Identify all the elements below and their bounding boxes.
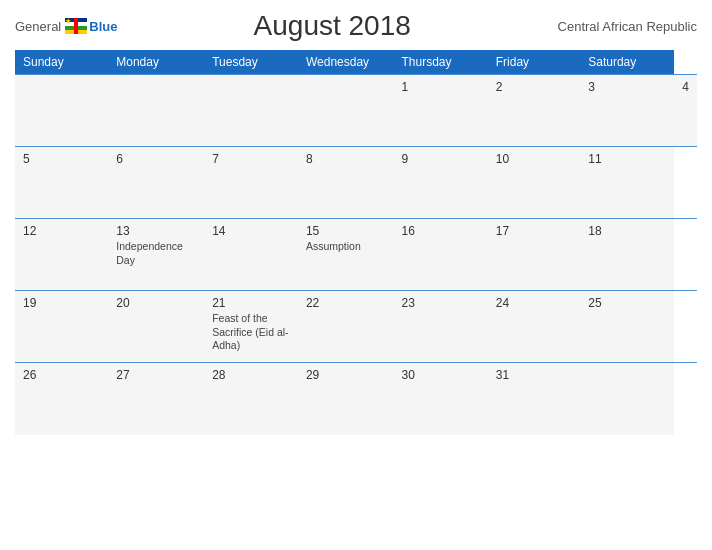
day-number: 1 — [402, 80, 480, 94]
calendar-cell: 30 — [394, 363, 488, 435]
day-number: 7 — [212, 152, 290, 166]
day-number: 17 — [496, 224, 573, 238]
day-number: 31 — [496, 368, 573, 382]
day-number: 30 — [402, 368, 480, 382]
calendar-cell: 12 — [15, 219, 108, 291]
calendar-cell — [580, 363, 674, 435]
day-number: 16 — [402, 224, 480, 238]
day-event-label: Assumption — [306, 240, 386, 254]
calendar-cell: 15Assumption — [298, 219, 394, 291]
calendar-cell: 21Feast of the Sacrifice (Eid al-Adha) — [204, 291, 298, 363]
calendar-cell: 4 — [674, 75, 697, 147]
day-number: 26 — [23, 368, 100, 382]
calendar-cell — [298, 75, 394, 147]
day-number: 4 — [682, 80, 689, 94]
svg-rect-4 — [74, 18, 78, 34]
calendar-cell — [15, 75, 108, 147]
page: General Blue August 2018 Central African… — [0, 0, 712, 550]
calendar-cell: 11 — [580, 147, 674, 219]
calendar-cell: 6 — [108, 147, 204, 219]
weekday-header-row: Sunday Monday Tuesday Wednesday Thursday… — [15, 50, 697, 75]
day-number: 28 — [212, 368, 290, 382]
col-sunday: Sunday — [15, 50, 108, 75]
col-monday: Monday — [108, 50, 204, 75]
calendar-cell: 8 — [298, 147, 394, 219]
day-number: 15 — [306, 224, 386, 238]
calendar-cell: 22 — [298, 291, 394, 363]
calendar-cell: 2 — [488, 75, 581, 147]
day-number: 24 — [496, 296, 573, 310]
calendar-cell: 5 — [15, 147, 108, 219]
calendar-cell — [108, 75, 204, 147]
logo-blue-text: Blue — [89, 19, 117, 34]
logo-general-text: General — [15, 19, 61, 34]
calendar-week-row: 262728293031 — [15, 363, 697, 435]
day-number: 13 — [116, 224, 196, 238]
col-saturday: Saturday — [580, 50, 674, 75]
day-number: 6 — [116, 152, 196, 166]
calendar-cell: 20 — [108, 291, 204, 363]
col-friday: Friday — [488, 50, 581, 75]
day-number: 29 — [306, 368, 386, 382]
logo: General Blue — [15, 18, 117, 34]
calendar-cell: 14 — [204, 219, 298, 291]
calendar-cell — [204, 75, 298, 147]
day-number: 10 — [496, 152, 573, 166]
calendar-week-row: 1213Independence Day1415Assumption161718 — [15, 219, 697, 291]
calendar-week-row: 567891011 — [15, 147, 697, 219]
calendar-cell: 28 — [204, 363, 298, 435]
header: General Blue August 2018 Central African… — [15, 10, 697, 42]
calendar-cell: 1 — [394, 75, 488, 147]
col-thursday: Thursday — [394, 50, 488, 75]
day-number: 27 — [116, 368, 196, 382]
calendar-cell: 27 — [108, 363, 204, 435]
day-event-label: Feast of the Sacrifice (Eid al-Adha) — [212, 312, 290, 353]
day-event-label: Independence Day — [116, 240, 196, 267]
day-number: 21 — [212, 296, 290, 310]
day-number: 3 — [588, 80, 666, 94]
day-number: 20 — [116, 296, 196, 310]
calendar-cell: 29 — [298, 363, 394, 435]
day-number: 5 — [23, 152, 100, 166]
calendar-cell: 7 — [204, 147, 298, 219]
day-number: 23 — [402, 296, 480, 310]
logo-flag-icon — [65, 18, 87, 34]
day-number: 25 — [588, 296, 666, 310]
calendar-cell: 16 — [394, 219, 488, 291]
col-tuesday: Tuesday — [204, 50, 298, 75]
calendar-week-row: 1234 — [15, 75, 697, 147]
country-label: Central African Republic — [547, 19, 697, 34]
day-number: 12 — [23, 224, 100, 238]
day-number: 22 — [306, 296, 386, 310]
day-number: 19 — [23, 296, 100, 310]
calendar-cell: 13Independence Day — [108, 219, 204, 291]
day-number: 2 — [496, 80, 573, 94]
calendar-cell: 25 — [580, 291, 674, 363]
col-wednesday: Wednesday — [298, 50, 394, 75]
day-number: 11 — [588, 152, 666, 166]
calendar-cell: 17 — [488, 219, 581, 291]
calendar-cell: 31 — [488, 363, 581, 435]
calendar-cell: 26 — [15, 363, 108, 435]
day-number: 14 — [212, 224, 290, 238]
calendar-cell: 10 — [488, 147, 581, 219]
calendar-cell: 24 — [488, 291, 581, 363]
calendar-cell: 23 — [394, 291, 488, 363]
calendar-week-row: 192021Feast of the Sacrifice (Eid al-Adh… — [15, 291, 697, 363]
calendar-table: Sunday Monday Tuesday Wednesday Thursday… — [15, 50, 697, 435]
calendar-cell: 19 — [15, 291, 108, 363]
calendar-title: August 2018 — [117, 10, 547, 42]
day-number: 9 — [402, 152, 480, 166]
day-number: 18 — [588, 224, 666, 238]
calendar-cell: 18 — [580, 219, 674, 291]
calendar-cell: 3 — [580, 75, 674, 147]
calendar-cell: 9 — [394, 147, 488, 219]
day-number: 8 — [306, 152, 386, 166]
